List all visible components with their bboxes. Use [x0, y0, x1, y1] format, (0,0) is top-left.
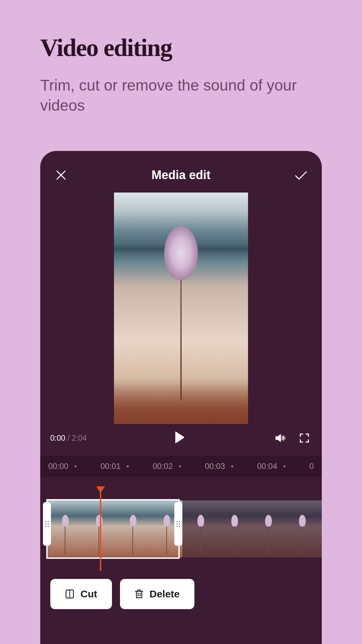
frame-thumbnail [284, 500, 318, 557]
ruler-mark: 00:01 [101, 462, 121, 471]
trim-handle-left[interactable] [43, 502, 51, 546]
trim-handle-right[interactable] [174, 502, 182, 546]
play-icon [175, 431, 185, 443]
playback-controls: 0:00 / 2:04 [40, 424, 322, 455]
cut-label: Cut [80, 588, 97, 600]
checkmark-icon [294, 170, 308, 180]
ruler-mark: 00:04 [257, 462, 277, 471]
action-buttons: Cut Delete [40, 561, 322, 609]
frame-thumbnail [115, 500, 148, 557]
frame-thumbnail [318, 500, 322, 557]
confirm-button[interactable] [294, 168, 308, 182]
delete-button[interactable]: Delete [120, 579, 194, 609]
marketing-subtitle: Trim, cut or remove the sound of your vi… [40, 75, 322, 116]
total-time: 2:04 [72, 434, 87, 442]
timeline-track[interactable] [40, 487, 322, 561]
cut-button[interactable]: Cut [50, 579, 112, 609]
trash-icon [135, 589, 143, 599]
close-button[interactable] [54, 168, 68, 182]
playhead[interactable] [100, 487, 101, 571]
frame-thumbnail [47, 500, 81, 557]
play-button[interactable] [175, 431, 185, 445]
volume-button[interactable] [273, 431, 288, 445]
video-preview[interactable] [114, 193, 248, 424]
editor-header: Media edit [40, 151, 322, 193]
frame-thumbnail [81, 500, 115, 557]
close-icon [56, 170, 66, 180]
grip-icon [45, 521, 49, 527]
time-display: 0:00 / 2:04 [50, 434, 87, 443]
ruler-mark: 0 [309, 462, 314, 471]
editor-app-frame: Media edit 0:00 / 2:04 [40, 151, 322, 644]
volume-icon [275, 433, 285, 443]
fullscreen-button[interactable] [297, 431, 312, 445]
ruler-mark: 00:03 [205, 462, 225, 471]
ruler-mark: 00:02 [153, 462, 173, 471]
grip-icon [177, 521, 180, 527]
timeline-ruler[interactable]: 00:00 • 00:01 • 00:02 • 00:03 • 00:04 • … [40, 455, 322, 477]
cut-icon [65, 589, 74, 599]
frame-thumbnail [216, 500, 250, 557]
current-time: 0:00 [50, 434, 65, 442]
editor-title: Media edit [152, 168, 210, 182]
delete-label: Delete [149, 588, 180, 600]
frames-strip[interactable] [47, 500, 322, 557]
marketing-title: Video editing [40, 34, 362, 62]
time-separator: / [65, 434, 72, 442]
frame-thumbnail [182, 500, 216, 557]
frame-thumbnail [250, 500, 284, 557]
fullscreen-icon [300, 433, 309, 443]
ruler-mark: 00:00 [48, 462, 68, 471]
